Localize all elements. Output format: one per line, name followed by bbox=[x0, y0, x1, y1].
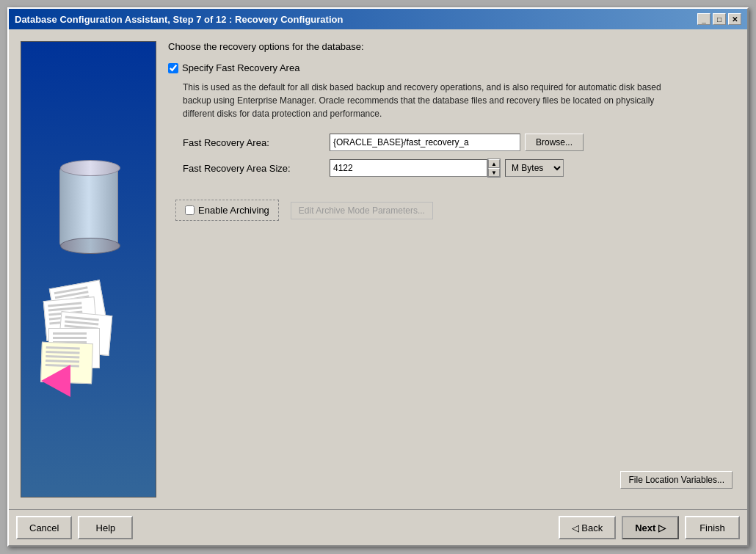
help-button[interactable]: Help bbox=[78, 516, 133, 539]
fast-recovery-description: This is used as the default for all disk… bbox=[183, 81, 682, 120]
fast-recovery-size-input[interactable] bbox=[330, 159, 487, 177]
finish-button[interactable]: Finish bbox=[685, 516, 740, 539]
fast-recovery-area-input[interactable] bbox=[330, 134, 520, 151]
enable-archiving-label[interactable]: Enable Archiving bbox=[198, 205, 269, 216]
spinner-buttons: ▲ ▼ bbox=[487, 158, 501, 178]
nav-bar: Cancel Help ◁ Back Next ▷ Finish bbox=[9, 509, 747, 545]
illustration-panel bbox=[21, 41, 156, 497]
db-illustration bbox=[37, 167, 140, 401]
bottom-area: File Location Variables... bbox=[168, 471, 735, 497]
minimize-button[interactable]: _ bbox=[697, 13, 710, 25]
file-location-row: File Location Variables... bbox=[168, 471, 735, 489]
spinner-up-button[interactable]: ▲ bbox=[488, 159, 500, 168]
main-content: Choose the recovery options for the data… bbox=[168, 41, 735, 471]
right-panel: Choose the recovery options for the data… bbox=[168, 41, 735, 497]
arrow-icon bbox=[41, 365, 70, 397]
main-window: Database Configuration Assistant, Step 7… bbox=[7, 7, 749, 547]
window-controls: _ □ ✕ bbox=[697, 13, 741, 25]
content-area: Choose the recovery options for the data… bbox=[9, 29, 747, 509]
back-button[interactable]: ◁ Back bbox=[559, 516, 617, 539]
illustration-inner bbox=[21, 42, 156, 497]
db-cylinder-icon bbox=[59, 167, 118, 247]
maximize-button[interactable]: □ bbox=[713, 13, 726, 25]
fast-recovery-area-label: Fast Recovery Area: bbox=[183, 137, 330, 148]
browse-button[interactable]: Browse... bbox=[525, 134, 584, 151]
fast-recovery-area-row: Fast Recovery Area: Browse... bbox=[183, 134, 735, 151]
file-location-variables-button[interactable]: File Location Variables... bbox=[620, 471, 733, 489]
window-title: Database Configuration Assistant, Step 7… bbox=[15, 14, 343, 25]
enable-archiving-area: Enable Archiving bbox=[175, 200, 279, 221]
intro-text: Choose the recovery options for the data… bbox=[168, 41, 735, 52]
size-spinner-wrapper: ▲ ▼ M Bytes G Bytes bbox=[330, 158, 564, 178]
title-bar: Database Configuration Assistant, Step 7… bbox=[9, 9, 747, 29]
spinner-down-button[interactable]: ▼ bbox=[488, 168, 500, 177]
size-unit-select[interactable]: M Bytes G Bytes bbox=[505, 159, 564, 177]
edit-archive-params-button[interactable]: Edit Archive Mode Parameters... bbox=[291, 202, 433, 219]
nav-right-buttons: ◁ Back Next ▷ Finish bbox=[559, 516, 740, 539]
next-button[interactable]: Next ▷ bbox=[622, 516, 679, 539]
fast-recovery-size-label: Fast Recovery Area Size: bbox=[183, 163, 330, 174]
close-button[interactable]: ✕ bbox=[728, 13, 741, 25]
next-chevron-icon: ▷ bbox=[655, 522, 666, 533]
specify-fast-recovery-row: Specify Fast Recovery Area bbox=[168, 62, 735, 73]
back-chevron-icon: ◁ bbox=[572, 522, 582, 533]
specify-fast-recovery-checkbox[interactable] bbox=[168, 63, 178, 73]
archive-section: Enable Archiving Edit Archive Mode Param… bbox=[175, 200, 735, 221]
nav-left-buttons: Cancel Help bbox=[16, 516, 133, 539]
cancel-button[interactable]: Cancel bbox=[16, 516, 72, 539]
fast-recovery-size-row: Fast Recovery Area Size: ▲ ▼ M Bytes G B… bbox=[183, 158, 735, 178]
specify-fast-recovery-label[interactable]: Specify Fast Recovery Area bbox=[182, 62, 299, 73]
enable-archiving-checkbox[interactable] bbox=[185, 205, 195, 215]
